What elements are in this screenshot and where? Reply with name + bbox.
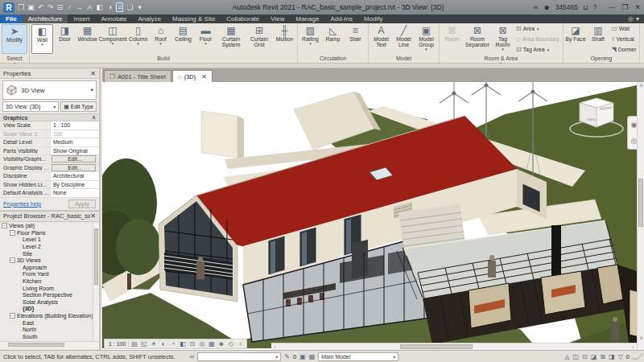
tag-area-button[interactable]: ⊡Tag Area [516, 46, 559, 53]
section-icon[interactable]: ◑ [106, 3, 113, 11]
tree-item-south[interactable]: South [0, 333, 99, 340]
tree-item-living-room[interactable]: Living Room [0, 285, 99, 292]
shadows-icon[interactable]: ◐ [159, 339, 167, 348]
qat-customize-icon[interactable]: ▾ [136, 3, 142, 11]
shaft-button[interactable]: ▥Shaft [588, 24, 609, 54]
window-button[interactable]: ▦Window [76, 24, 98, 54]
3d-model-scene[interactable] [102, 82, 644, 350]
section-collapse-icon[interactable]: ∧ [92, 114, 96, 121]
press-drag-icon[interactable]: ◫ [573, 353, 580, 360]
select-by-face-icon[interactable]: ◨ [609, 353, 615, 360]
component-button[interactable]: ◫Component [99, 24, 126, 54]
tree-item-3d-views[interactable]: −3D Views [0, 257, 99, 264]
aligned-dimension-icon[interactable]: ↔ [76, 3, 84, 11]
area-boundary-button[interactable]: ▱Area Boundary [516, 35, 559, 43]
displaced-elements-icon[interactable]: ◇ [226, 339, 235, 348]
temporary-hide-icon[interactable]: ⊡ [188, 339, 196, 348]
graphics-section-header[interactable]: Graphics ∧ [0, 113, 99, 121]
tree-item-north[interactable]: North [0, 326, 99, 333]
tab-file[interactable]: File [0, 14, 23, 23]
canvas-hscrollbar[interactable]: ‹ › [271, 343, 637, 350]
exclude-options-icon[interactable]: ◬ [564, 353, 569, 360]
type-selector-caret-icon[interactable]: ▾ [90, 87, 93, 93]
resize-grip[interactable] [631, 353, 644, 360]
view-tab-sheet[interactable]: ❐ A001 - Title Sheet [104, 70, 171, 82]
view-tab-3d[interactable]: ⌂ {3D} ✕ [172, 70, 213, 82]
tab-annotate[interactable]: Annotate [95, 14, 132, 23]
viewcube[interactable]: LEFT FRONT [567, 93, 626, 145]
temporary-view-properties-icon[interactable]: ◈ [217, 339, 225, 348]
apply-button[interactable]: Apply [68, 200, 96, 208]
scroll-right-icon[interactable]: › [630, 343, 637, 350]
worksets-icon[interactable]: ∞ [190, 353, 195, 360]
tree-item-level-1[interactable]: Level 1 [0, 237, 99, 244]
tag-room-button[interactable]: ⊠Tag Room [492, 24, 514, 54]
tab-modify[interactable]: Modify [358, 14, 389, 23]
help-icon[interactable]: ? [593, 3, 597, 11]
ribbon-options-icon[interactable]: ◎ [628, 15, 634, 23]
modify-button[interactable]: ➤ Modify [2, 24, 27, 54]
filter-icon[interactable]: ▽ [618, 353, 623, 360]
design-options-icon[interactable]: ▣ [299, 353, 306, 360]
properties-close-icon[interactable]: ✕ [90, 70, 96, 77]
area-button[interactable]: ⊡Area [516, 25, 559, 32]
open-icon[interactable]: ❒ [18, 3, 24, 11]
room-separator-button[interactable]: ⊠Room Separator [464, 24, 491, 54]
graphic-display-edit-button[interactable]: Edit... [52, 164, 96, 171]
mullion-button[interactable]: ╫Mullion [274, 24, 295, 54]
view-scale-value[interactable]: 1 : 100 [50, 121, 99, 130]
crop-region-icon[interactable]: ◧ [178, 339, 187, 348]
tree-item-elevations[interactable]: −Elevations (Building Elevation) [0, 312, 99, 319]
detail-level-icon[interactable]: ▤ [130, 339, 138, 348]
tree-item-from-yard[interactable]: From Yard [0, 271, 99, 278]
tree-item-kitchen[interactable]: Kitchen [0, 278, 99, 285]
collapse-icon[interactable]: − [2, 223, 7, 228]
reveal-hidden-icon[interactable]: ◎ [197, 339, 206, 348]
sun-path-icon[interactable]: ☀ [149, 339, 158, 348]
restore-button[interactable]: ❐ [621, 3, 628, 11]
project-browser-vscrollbar[interactable] [93, 222, 99, 341]
room-button[interactable]: ⊠Room [441, 24, 463, 54]
panel-select-label[interactable]: Select [0, 55, 29, 63]
column-button[interactable]: ▯Column [127, 24, 149, 54]
project-browser-hscrollbar[interactable] [0, 341, 99, 348]
model-text-button[interactable]: AModel Text [370, 24, 392, 54]
model-group-button[interactable]: ▣Model Group [415, 24, 437, 54]
railing-button[interactable]: ▨Railing [299, 24, 321, 54]
tree-item-site[interactable]: Site [0, 250, 99, 257]
panel-room-area-label[interactable]: Room & Area [440, 55, 563, 63]
edit-type-button[interactable]: ▦ Edit Type [60, 101, 97, 112]
tree-item-solar-analysis[interactable]: Solar Analysis [0, 298, 99, 306]
by-face-button[interactable]: ◪By Face [565, 24, 587, 54]
wall-opening-button[interactable]: ▭Wall [612, 25, 637, 32]
tab-addins[interactable]: Add-Ins [324, 14, 358, 23]
tree-item-floor-plans[interactable]: −Floor Plans [0, 229, 99, 237]
account-icon[interactable]: ☻ [543, 3, 551, 11]
curtain-system-button[interactable]: ▦Curtain System [217, 24, 245, 54]
tab-manage[interactable]: Manage [290, 14, 324, 23]
properties-help-link[interactable]: Properties help [3, 201, 41, 207]
text-icon[interactable]: A [87, 3, 93, 11]
minimize-button[interactable]: — [608, 3, 615, 11]
save-icon[interactable]: ▣ [27, 3, 35, 11]
roof-button[interactable]: ⌂Roof [150, 24, 171, 54]
tree-item-section-perspective[interactable]: Section Perspective [0, 291, 99, 298]
undo-icon[interactable]: ↶ [38, 3, 44, 11]
view-selector-combo[interactable]: 3D View: {3D} ▾ [2, 101, 59, 112]
print-icon[interactable]: ⊟ [57, 3, 64, 11]
design-options-edit-icon[interactable]: ▦ [309, 353, 316, 360]
tab-architecture[interactable]: Architecture [23, 14, 68, 23]
default-3d-view-icon[interactable]: ◧ [97, 3, 104, 11]
type-selector[interactable]: 3D View ▾ [2, 80, 97, 100]
thin-lines-icon[interactable]: ≡ [116, 2, 123, 12]
redo-icon[interactable]: ↷ [47, 3, 54, 11]
tab-collaborate[interactable]: Collaborate [221, 14, 265, 23]
project-browser-close-icon[interactable]: ✕ [90, 212, 96, 220]
scale-control[interactable]: 1 : 100 [106, 341, 129, 347]
tab-insert[interactable]: Insert [68, 14, 95, 23]
select-underlay-icon[interactable]: ◪ [591, 353, 597, 360]
discipline-value[interactable]: Architectural [50, 172, 99, 180]
canvas-vscrollbar[interactable]: ∧ ∨ [637, 82, 644, 350]
crop-view-icon[interactable]: ◔ [168, 339, 177, 348]
view-tab-close-icon[interactable]: ✕ [201, 73, 207, 80]
